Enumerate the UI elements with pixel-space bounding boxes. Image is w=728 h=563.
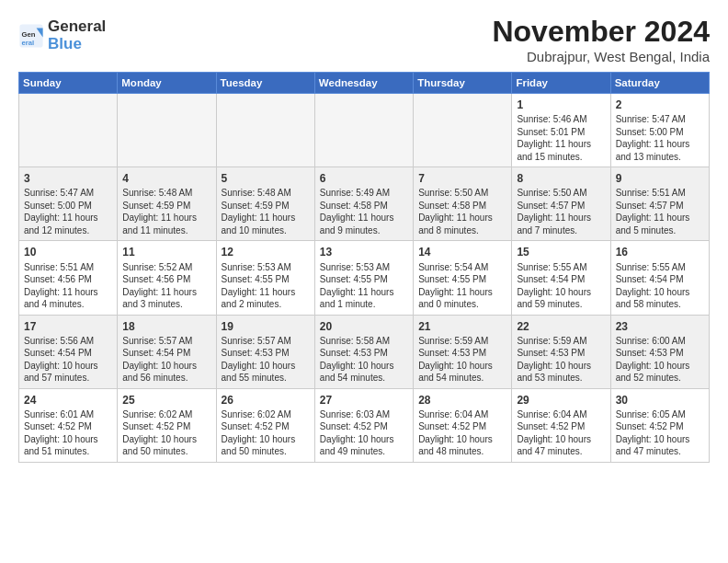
cell-info: Sunset: 4:53 PM [616,347,704,360]
cell-info: Sunset: 4:53 PM [418,347,506,360]
logo-line2: Blue [48,36,106,53]
cell-info: Sunset: 5:01 PM [517,126,605,139]
calendar-cell: 28Sunrise: 6:04 AMSunset: 4:52 PMDayligh… [414,388,512,462]
cell-info: and 4 minutes. [24,298,112,311]
cell-info: Sunrise: 5:46 AM [517,113,605,126]
cell-info: Daylight: 11 hours [122,286,210,299]
cell-info: and 10 minutes. [222,224,310,237]
cell-info: Sunset: 5:00 PM [616,126,704,139]
cell-info: Daylight: 10 hours [418,360,506,373]
day-number: 20 [320,319,408,334]
cell-info: and 48 minutes. [418,445,506,458]
cell-info: Sunset: 4:55 PM [222,273,310,286]
calendar-cell: 18Sunrise: 5:57 AMSunset: 4:54 PMDayligh… [118,315,216,388]
cell-info: Sunset: 4:58 PM [320,200,408,213]
cell-info: and 54 minutes. [320,372,408,385]
day-number: 30 [616,393,704,408]
cell-info: Daylight: 10 hours [222,433,310,446]
day-number: 14 [418,245,506,259]
day-number: 27 [320,393,408,408]
cell-info: Sunset: 4:52 PM [122,420,210,433]
cell-info: Daylight: 10 hours [517,433,605,446]
cell-info: Sunrise: 5:55 AM [517,261,605,274]
day-number: 1 [517,98,605,112]
calendar-cell: 12Sunrise: 5:53 AMSunset: 4:55 PMDayligh… [216,241,314,315]
calendar-cell: 30Sunrise: 6:05 AMSunset: 4:52 PMDayligh… [610,388,709,462]
cell-info: Sunrise: 5:57 AM [122,335,210,348]
calendar-cell: 14Sunrise: 5:54 AMSunset: 4:55 PMDayligh… [414,241,512,315]
cell-info: Daylight: 11 hours [24,286,112,299]
cell-info: Sunrise: 5:51 AM [24,261,112,274]
cell-info: Sunset: 4:58 PM [418,200,506,213]
logo: Gen eral General Blue [18,18,106,52]
cell-info: Sunset: 4:52 PM [24,420,112,433]
cell-info: Sunset: 4:52 PM [616,420,704,433]
cell-info: Sunset: 4:52 PM [320,420,408,433]
cell-info: Daylight: 10 hours [320,433,408,446]
calendar-cell: 9Sunrise: 5:51 AMSunset: 4:57 PMDaylight… [610,167,709,241]
calendar-cell: 24Sunrise: 6:01 AMSunset: 4:52 PMDayligh… [19,388,118,462]
svg-text:eral: eral [22,38,35,46]
cell-info: Sunrise: 5:54 AM [418,261,506,274]
cell-info: Sunrise: 5:56 AM [24,335,112,348]
day-number: 28 [418,393,506,408]
cell-info: Daylight: 11 hours [517,212,605,224]
cell-info: Sunset: 4:54 PM [517,273,605,286]
cell-info: Sunset: 4:53 PM [222,347,310,360]
calendar-cell: 22Sunrise: 5:59 AMSunset: 4:53 PMDayligh… [512,315,610,388]
cell-info: Sunset: 4:57 PM [616,200,704,213]
calendar-cell: 3Sunrise: 5:47 AMSunset: 5:00 PMDaylight… [19,167,118,241]
calendar-cell: 21Sunrise: 5:59 AMSunset: 4:53 PMDayligh… [414,315,512,388]
cell-info: Daylight: 11 hours [418,286,506,299]
cell-info: and 12 minutes. [24,224,112,237]
calendar-cell: 16Sunrise: 5:55 AMSunset: 4:54 PMDayligh… [610,241,709,315]
day-number: 13 [320,245,408,259]
cell-info: and 47 minutes. [616,445,704,458]
day-number: 15 [517,245,605,259]
cell-info: Sunset: 4:54 PM [122,347,210,360]
cell-info: Daylight: 10 hours [418,433,506,446]
day-number: 29 [517,393,605,408]
day-number: 17 [24,319,112,334]
day-number: 22 [517,319,605,334]
logo-line1: General [48,18,106,36]
title-block: November 2024 Dubrajpur, West Bengal, In… [492,15,710,64]
day-number: 26 [222,393,310,408]
cell-info: and 53 minutes. [517,372,605,385]
cell-info: Daylight: 10 hours [222,360,310,373]
calendar-cell: 26Sunrise: 6:02 AMSunset: 4:52 PMDayligh… [216,388,314,462]
calendar: SundayMondayTuesdayWednesdayThursdayFrid… [18,72,710,463]
cell-info: Daylight: 10 hours [616,360,704,373]
cell-info: Daylight: 11 hours [517,138,605,151]
calendar-cell: 8Sunrise: 5:50 AMSunset: 4:57 PMDaylight… [512,167,610,241]
calendar-cell: 2Sunrise: 5:47 AMSunset: 5:00 PMDaylight… [610,94,709,167]
cell-info: Sunrise: 5:47 AM [616,113,704,126]
cell-info: and 54 minutes. [418,372,506,385]
cell-info: Daylight: 11 hours [418,212,506,224]
cell-info: and 3 minutes. [122,298,210,311]
day-number: 5 [222,171,310,186]
cell-info: and 59 minutes. [517,298,605,311]
cell-info: and 11 minutes. [122,224,210,237]
month-title: November 2024 [492,15,710,49]
day-number: 11 [122,245,210,259]
cell-info: Sunrise: 5:57 AM [222,335,310,348]
cell-info: Sunrise: 6:02 AM [222,408,310,421]
day-number: 21 [418,319,506,334]
cell-info: Sunrise: 5:58 AM [320,335,408,348]
cell-info: Daylight: 10 hours [616,433,704,446]
cell-info: Sunrise: 6:04 AM [517,408,605,421]
cell-info: Sunset: 4:54 PM [616,273,704,286]
cell-info: Daylight: 10 hours [517,360,605,373]
cell-info: and 55 minutes. [222,372,310,385]
cell-info: Sunrise: 5:59 AM [418,335,506,348]
cell-info: Sunset: 4:55 PM [320,273,408,286]
cell-info: Sunrise: 5:53 AM [222,261,310,274]
weekday-header-friday: Friday [512,73,610,94]
day-number: 25 [122,393,210,408]
calendar-cell: 27Sunrise: 6:03 AMSunset: 4:52 PMDayligh… [314,388,413,462]
cell-info: Sunset: 4:52 PM [418,420,506,433]
cell-info: Sunrise: 5:51 AM [616,187,704,200]
cell-info: Sunrise: 5:50 AM [418,187,506,200]
cell-info: Sunset: 4:56 PM [24,273,112,286]
